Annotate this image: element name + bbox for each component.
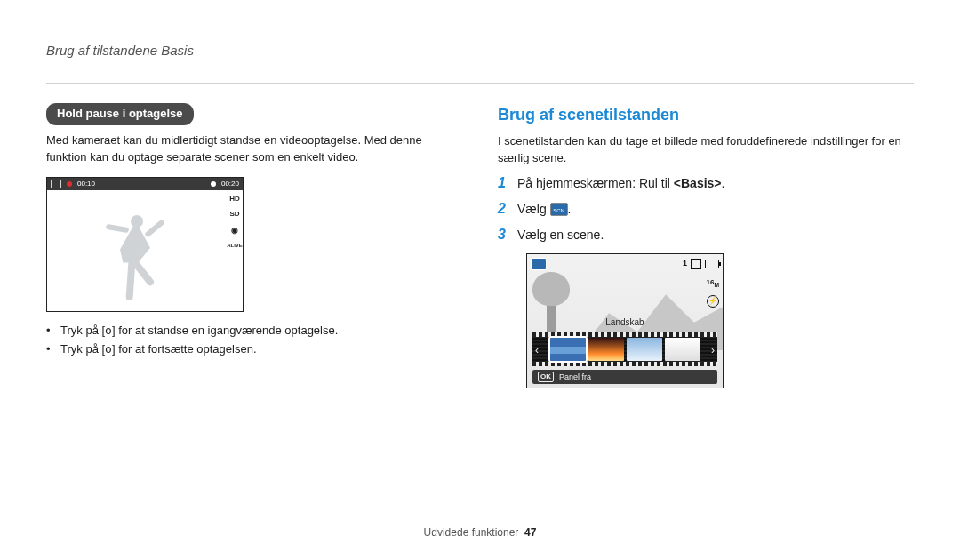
bullet-text-post: ] for at fortsætte optagelsen. (112, 342, 257, 356)
left-column: Hold pause i optagelse Med kameraet kan … (46, 103, 462, 388)
settings-icons: 16M ⚡ (707, 277, 719, 307)
picture-icon (51, 180, 61, 188)
step-text-post: . (568, 202, 572, 216)
scene-name-label: Landskab (527, 316, 723, 330)
step-3: 3 Vælg en scene. (498, 224, 914, 244)
step-text: Vælg (517, 202, 550, 216)
mic-icon: ◉ (231, 225, 238, 236)
sd-badge: SD (229, 209, 239, 220)
ok-badge-icon: OK (538, 372, 554, 382)
bullet-text-pre: Tryk på [ (60, 324, 105, 337)
paragraph: Med kameraet kan du midlertidigt standse… (46, 132, 462, 166)
chevron-right-icon[interactable]: › (711, 343, 715, 358)
preview-stage (47, 190, 227, 311)
bullet-dot-icon: • (46, 341, 55, 358)
recording-topbar: 00:10 00:20 (47, 178, 243, 190)
step-bold: <Basis> (674, 176, 722, 190)
right-column: Brug af scenetilstanden I scenetilstande… (498, 103, 914, 388)
alive-badge: ALIVE (227, 242, 243, 250)
resolution-badge: 16M (707, 277, 719, 289)
bullet-item: • Tryk på [o] for at standse en igangvær… (46, 323, 462, 340)
scene-thumbnail[interactable] (665, 338, 700, 361)
sd-card-icon (691, 259, 701, 269)
record-dot-icon (67, 181, 72, 187)
section-title: Brug af scenetilstanden (498, 103, 914, 126)
dancer-silhouette-icon (104, 215, 166, 304)
tree-crown-icon (532, 272, 570, 306)
scene-mode-icon (550, 203, 568, 216)
step-2: 2 Vælg . (498, 198, 914, 219)
subsection-pill: Hold pause i optagelse (46, 103, 194, 125)
page-footer: Udvidede funktioner 47 (0, 526, 960, 539)
total-time: 00:20 (221, 179, 239, 189)
bullet-item: • Tryk på [o] for at fortsætte optagelse… (46, 341, 462, 358)
bullet-dot-icon: • (46, 323, 55, 340)
pause-dot-icon (211, 181, 216, 187)
running-head: Brug af tilstandene Basis (46, 43, 914, 58)
flash-icon: ⚡ (707, 295, 719, 308)
step-number: 1 (498, 172, 510, 193)
panel-toggle-bar[interactable]: OK Panel fra (532, 370, 717, 384)
panel-toggle-label: Panel fra (559, 372, 591, 383)
bullet-text-pre: Tryk på [ (60, 342, 105, 356)
scene-thumbnail[interactable] (588, 338, 624, 361)
battery-icon (705, 260, 719, 268)
bullet-list: • Tryk på [o] for at standse en igangvær… (46, 323, 462, 359)
step-text-post: . (722, 176, 725, 190)
elapsed-time: 00:10 (77, 179, 95, 189)
step-text: På hjemmeskærmen: Rul til (517, 176, 674, 190)
status-icons: 1 (683, 258, 719, 269)
hd-badge: HD (229, 194, 240, 204)
bullet-key-placeholder: o (105, 342, 112, 356)
step-1: 1 På hjemmeskærmen: Rul til <Basis>. (498, 172, 914, 193)
scene-mode-screenshot: 1 16M ⚡ Landskab ‹ › (526, 253, 724, 388)
shots-remaining: 1 (683, 258, 687, 269)
bullet-text-post: ] for at standse en igangværende optagel… (112, 324, 338, 337)
bullet-key-placeholder: o (105, 324, 112, 337)
step-text: Vælg en scene. (517, 226, 604, 244)
two-column-layout: Hold pause i optagelse Med kameraet kan … (46, 103, 914, 388)
manual-page: Brug af tilstandene Basis Hold pause i o… (0, 0, 960, 560)
recording-sidebar: HD SD ◉ ALIVE (227, 190, 243, 312)
scene-thumbnail[interactable] (627, 338, 662, 361)
scene-mode-badge-icon (531, 258, 547, 270)
scene-thumbnail[interactable] (550, 338, 586, 361)
footer-section: Udvidede funktioner (424, 526, 519, 539)
page-number: 47 (524, 526, 536, 539)
paragraph: I scenetilstanden kan du tage et billede… (498, 133, 914, 167)
scene-thumbnail-strip[interactable]: ‹ › (532, 332, 717, 366)
chevron-left-icon[interactable]: ‹ (535, 343, 539, 358)
head-rule (46, 83, 914, 84)
step-number: 2 (498, 198, 510, 219)
step-number: 3 (498, 224, 510, 244)
video-pause-screenshot: 00:10 00:20 HD (46, 177, 244, 312)
